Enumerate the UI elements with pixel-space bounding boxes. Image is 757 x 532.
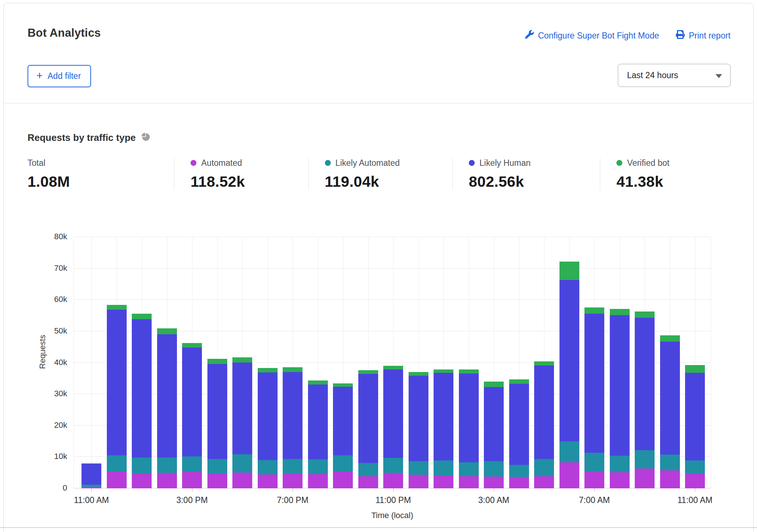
add-filter-button[interactable]: + Add filter: [28, 65, 91, 87]
bar-segment-likely-automated: [584, 453, 604, 471]
stacked-bar-12-00-am[interactable]: [409, 372, 428, 488]
bar-segment-automated: [534, 476, 554, 488]
bar-segment-verified-bot: [207, 359, 227, 364]
bar-segment-likely-human: [107, 310, 127, 455]
stacked-bar-9-00-pm[interactable]: [333, 383, 353, 488]
x-axis-tick-label: 7:00 PM: [256, 495, 329, 505]
bar-segment-likely-automated: [258, 460, 278, 474]
bar-segment-likely-human: [333, 387, 353, 456]
bar-segment-automated: [559, 462, 579, 488]
stat-label-row: Likely Human: [469, 158, 596, 168]
configure-super-bot-fight-mode-link[interactable]: Configure Super Bot Fight Mode: [525, 30, 659, 41]
stat-automated[interactable]: Automated118.52k: [174, 158, 308, 190]
gridline-vertical: [711, 237, 711, 488]
stacked-bar-10-00-am[interactable]: [660, 335, 680, 488]
stacked-bar-6-00-am[interactable]: [559, 262, 579, 488]
stacked-bar-3-00-am[interactable]: [484, 382, 504, 488]
stat-label: Verified bot: [627, 158, 669, 168]
stat-total[interactable]: Total1.08M: [28, 158, 174, 190]
stacked-bar-8-00-am[interactable]: [610, 309, 630, 488]
bar-segment-likely-automated: [333, 455, 353, 471]
y-axis-tick-label: 40k: [23, 358, 67, 367]
stacked-bar-7-00-am[interactable]: [584, 307, 604, 488]
stacked-bar-5-00-pm[interactable]: [232, 357, 252, 488]
bar-segment-verified-bot: [283, 367, 303, 372]
bar-segment-likely-automated: [685, 460, 705, 473]
stat-verified-bot[interactable]: Verified bot41.38k: [600, 158, 731, 190]
bar-segment-likely-automated: [383, 458, 403, 473]
stat-label: Likely Human: [479, 158, 530, 168]
bar-segment-verified-bot: [132, 314, 152, 319]
bar-segment-likely-automated: [434, 460, 453, 475]
stacked-bar-5-00-am[interactable]: [534, 361, 554, 488]
bar-segment-likely-automated: [207, 459, 227, 473]
bar-segment-likely-human: [559, 280, 579, 441]
add-filter-label: Add filter: [48, 71, 81, 81]
bar-segment-likely-human: [509, 384, 529, 465]
time-range-dropdown[interactable]: Last 24 hours: [618, 64, 731, 87]
gridline-horizontal: [73, 237, 711, 237]
bar-segment-likely-human: [207, 364, 227, 459]
stacked-bar-4-00-am[interactable]: [509, 379, 529, 488]
x-axis-tick-label: 3:00 AM: [457, 495, 530, 505]
bar-segment-likely-human: [82, 464, 101, 485]
stacked-bar-3-00-pm[interactable]: [182, 343, 202, 488]
pie-chart-icon: [141, 132, 151, 143]
y-axis-tick-label: 20k: [23, 420, 67, 430]
bar-segment-automated: [509, 477, 529, 488]
stacked-bar-9-00-am[interactable]: [635, 311, 655, 488]
stat-label-row: Automated: [191, 158, 305, 168]
requests-stacked-bar-chart: [73, 237, 711, 488]
x-axis-tick-label: 7:00 AM: [558, 495, 631, 505]
x-axis-tick-label: 3:00 PM: [155, 495, 229, 505]
bar-segment-likely-automated: [660, 455, 680, 470]
bar-segment-likely-automated: [157, 458, 177, 473]
bar-segment-verified-bot: [559, 262, 579, 280]
bar-segment-automated: [434, 475, 453, 488]
bar-segment-likely-human: [258, 372, 278, 460]
y-axis-tick-label: 60k: [23, 295, 67, 304]
bar-segment-automated: [132, 473, 152, 488]
stacked-bar-2-00-am[interactable]: [459, 369, 479, 489]
stacked-bar-7-00-pm[interactable]: [283, 367, 303, 488]
legend-dot-icon: [325, 160, 331, 166]
stacked-bar-4-00-pm[interactable]: [207, 359, 227, 488]
stat-likely-automated[interactable]: Likely Automated119.04k: [308, 158, 452, 190]
stacked-bar-11-00-am[interactable]: [82, 463, 101, 488]
bar-segment-verified-bot: [584, 307, 604, 314]
stacked-bar-11-00-pm[interactable]: [383, 366, 403, 488]
bar-segment-likely-automated: [132, 458, 152, 473]
y-axis-tick-label: 70k: [23, 263, 67, 273]
bar-segment-likely-human: [358, 374, 378, 463]
x-axis-tick-mark: [594, 488, 595, 492]
x-axis-tick-mark: [293, 488, 293, 492]
stacked-bar-11-00-am[interactable]: [685, 365, 705, 488]
gridline-horizontal: [73, 268, 711, 269]
bar-segment-likely-human: [584, 314, 604, 453]
stacked-bar-1-00-pm[interactable]: [132, 314, 152, 488]
stacked-bar-6-00-pm[interactable]: [258, 368, 278, 488]
y-axis-tick-label: 30k: [23, 389, 67, 398]
page-title: Bot Analytics: [28, 26, 101, 40]
bar-segment-verified-bot: [308, 380, 328, 384]
bar-segment-likely-automated: [283, 459, 303, 473]
chevron-down-icon: [716, 74, 722, 78]
bar-segment-likely-human: [635, 318, 655, 450]
bar-segment-automated: [283, 474, 303, 488]
stat-value: 119.04k: [325, 173, 449, 190]
y-axis-tick-label: 80k: [23, 232, 67, 241]
stat-likely-human[interactable]: Likely Human802.56k: [452, 158, 600, 190]
bar-segment-automated: [409, 475, 428, 488]
stacked-bar-2-00-pm[interactable]: [157, 328, 177, 488]
stacked-bar-8-00-pm[interactable]: [308, 380, 328, 488]
stat-value: 41.38k: [616, 173, 728, 190]
bar-segment-automated: [308, 474, 328, 488]
stat-label-row: Verified bot: [616, 158, 728, 168]
bar-segment-likely-automated: [232, 454, 252, 473]
print-report-link[interactable]: Print report: [676, 30, 731, 41]
bar-segment-likely-human: [283, 372, 303, 459]
stacked-bar-12-00-pm[interactable]: [107, 305, 127, 488]
stacked-bar-1-00-am[interactable]: [434, 369, 453, 488]
stacked-bar-10-00-pm[interactable]: [358, 370, 378, 488]
x-axis-tick-label: 11:00 AM: [55, 495, 128, 505]
